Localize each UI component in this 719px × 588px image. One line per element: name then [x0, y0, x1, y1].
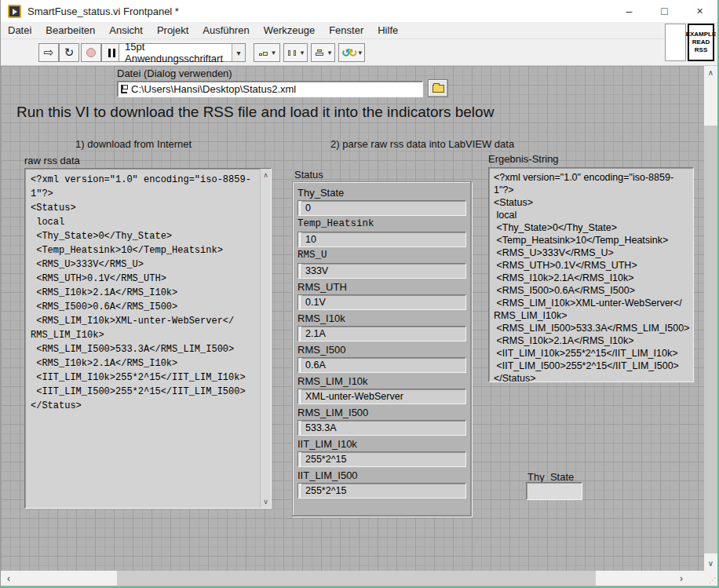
menu-ansicht[interactable]: Ansicht: [102, 22, 150, 38]
raw-rss-text[interactable]: <?xml version="1.0" encoding="iso-8859- …: [25, 169, 260, 508]
status-field-thy-state: Thy_State 0: [297, 186, 466, 216]
field-value: 0.6A: [302, 360, 326, 371]
status-field-rms-u: RMS_U 333V: [297, 249, 466, 279]
field-label: RMS_I10k: [297, 312, 466, 325]
ergebnis-label: Ergebnis-String: [488, 153, 559, 165]
status-field-iit-lim-i500: IIT_LIM_I500 255*2^15: [297, 469, 466, 499]
raw-rss-indicator[interactable]: <?xml version="1.0" encoding="iso-8859- …: [24, 168, 272, 509]
menu-hilfe[interactable]: Hilfe: [370, 22, 405, 38]
resize-objects-icon: [315, 49, 325, 57]
ergebnis-indicator[interactable]: <?xml version="1.0" encoding="iso-8859- …: [488, 167, 694, 382]
raw-rss-scroll-down-icon[interactable]: ∨: [261, 498, 271, 506]
abort-button[interactable]: [81, 43, 101, 62]
field-value: 0.1V: [302, 297, 326, 308]
run-icon: ⇨: [44, 46, 54, 60]
menu-fenster[interactable]: Fenster: [322, 22, 370, 38]
field-label: RMS_UTH: [297, 280, 466, 294]
thy-state-control[interactable]: [526, 482, 582, 500]
maximize-button[interactable]: □: [647, 0, 682, 22]
scroll-up-icon[interactable]: ∧: [704, 68, 717, 77]
font-selector-value: 15pt Anwendungsschriftart: [119, 44, 232, 61]
field-value: 255*2^15: [302, 485, 346, 496]
align-objects-icon: [258, 49, 268, 57]
minimize-button[interactable]: –: [611, 0, 647, 22]
field-value: 333V: [302, 265, 328, 276]
raw-rss-scrollbar[interactable]: ∧ ∨: [260, 169, 271, 508]
menu-bearbeiten[interactable]: Bearbeiten: [38, 22, 102, 38]
field-label: RMS_LIM_I500: [297, 406, 466, 419]
vi-icon-line2: READ: [692, 38, 710, 46]
status-cluster-label: Status: [294, 169, 323, 181]
thy-state-label: Thy_State: [527, 471, 574, 483]
font-selector[interactable]: 15pt Anwendungsschriftart ▾: [119, 43, 246, 62]
browse-button[interactable]: [428, 79, 448, 97]
field-label: IIT_LIM_I500: [297, 469, 466, 482]
reorder-button[interactable]: ↺ ↻ ▾: [338, 43, 365, 62]
field-value-box[interactable]: XML-unter-WebServer: [297, 389, 466, 404]
step1-label: 1) download from Internet: [75, 138, 192, 150]
raw-rss-label: raw rss data: [24, 155, 80, 166]
field-label: RMS_I500: [297, 343, 466, 356]
field-label: Thy_State: [297, 186, 466, 199]
field-value-box[interactable]: 255*2^15: [297, 451, 466, 467]
reorder-icon-b: ↻: [349, 46, 358, 59]
field-value-box[interactable]: 0: [297, 200, 466, 216]
field-value: 533.3A: [302, 422, 337, 433]
menu-werkzeuge[interactable]: Werkzeuge: [257, 22, 323, 38]
labview-vi-icon: [8, 5, 21, 18]
resize-objects-button[interactable]: ▾: [311, 43, 335, 62]
status-field-rms-i10k: RMS_I10k 2.1A: [297, 312, 466, 341]
run-button[interactable]: ⇨: [38, 43, 59, 62]
distribute-objects-button[interactable]: ▾: [283, 43, 308, 62]
field-value: XML-unter-WebServer: [302, 391, 403, 402]
scroll-left-icon[interactable]: ‹: [2, 572, 15, 585]
vertical-scrollbar-thumb[interactable]: [704, 126, 717, 553]
title-bar: SmartFuse_status.vi Frontpanel * – □ ×: [1, 0, 717, 22]
align-dropdown-icon: ▾: [272, 49, 276, 57]
file-path-input[interactable]: [130, 83, 422, 95]
horizontal-scrollbar-thumb[interactable]: [117, 571, 596, 586]
close-button[interactable]: ×: [682, 0, 717, 22]
vi-icon-pane: EXAMPLE READ RSS: [665, 24, 714, 61]
vertical-scrollbar[interactable]: ∧ ∨: [704, 66, 717, 571]
scroll-right-icon[interactable]: ›: [675, 572, 688, 585]
align-objects-button[interactable]: ▾: [254, 43, 280, 62]
field-value-box[interactable]: 2.1A: [297, 326, 466, 341]
status-field-rms-lim-i500: RMS_LIM_I500 533.3A: [297, 406, 466, 436]
field-label: IIT_LIM_I10k: [297, 437, 466, 451]
scroll-down-icon[interactable]: ∨: [704, 559, 717, 568]
distribute-dropdown-icon: ▾: [301, 49, 305, 57]
file-path-control[interactable]: [117, 81, 423, 97]
field-value: 255*2^15: [302, 454, 346, 465]
font-selector-arrow-icon[interactable]: ▾: [232, 44, 245, 61]
menu-ausfuehren[interactable]: Ausführen: [195, 22, 256, 38]
horizontal-scrollbar[interactable]: ‹ ›: [1, 571, 706, 586]
field-value-box[interactable]: 533.3A: [297, 420, 466, 436]
field-value-box[interactable]: 0.6A: [297, 357, 466, 373]
front-panel: Datei (Dialog verwenden) Run this VI to …: [1, 66, 706, 571]
field-value: 2.1A: [302, 328, 326, 339]
window-title: SmartFuse_status.vi Frontpanel *: [27, 5, 179, 17]
field-label: Temp_Heatsink: [297, 217, 466, 231]
field-value-box[interactable]: 255*2^15: [297, 483, 466, 499]
field-value: 0: [302, 203, 311, 214]
step2-label: 2) parse raw rss data into LabVIEW data: [330, 138, 514, 150]
vi-icon[interactable]: EXAMPLE READ RSS: [688, 24, 714, 61]
vi-icon-line1: EXAMPLE: [686, 31, 717, 38]
menu-datei[interactable]: Datei: [1, 22, 38, 38]
field-value-box[interactable]: 333V: [297, 263, 466, 279]
status-field-rms-i500: RMS_I500 0.6A: [297, 343, 466, 373]
resize-grip[interactable]: ⋰: [704, 571, 717, 586]
menu-projekt[interactable]: Projekt: [150, 22, 195, 38]
abort-icon: [86, 48, 96, 57]
file-path-label: Datei (Dialog verwenden): [117, 68, 232, 79]
field-label: RMS_LIM_I10k: [297, 374, 466, 388]
run-continuously-button[interactable]: ↻: [59, 43, 79, 62]
field-value-box[interactable]: 0.1V: [297, 294, 466, 310]
status-field-temp-heatsink: Temp_Heatsink 10: [297, 217, 466, 247]
vi-icon-line3: RSS: [695, 46, 707, 54]
field-value-box[interactable]: 10: [297, 232, 466, 247]
resize-dropdown-icon: ▾: [328, 49, 332, 57]
run-continuously-icon: ↻: [64, 46, 75, 60]
raw-rss-scroll-up-icon[interactable]: ∧: [261, 171, 271, 179]
